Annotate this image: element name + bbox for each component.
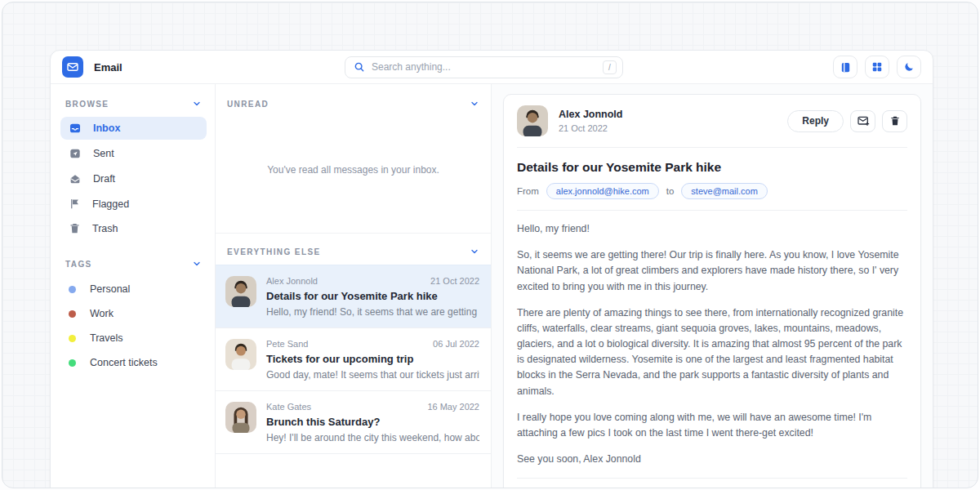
search-bar[interactable]: / — [345, 56, 623, 78]
body-paragraph: So, it seems we are getting there! Our t… — [517, 247, 907, 295]
email-detail-card: Alex Jonnold 21 Oct 2022 Reply — [503, 94, 921, 488]
chevron-down-icon[interactable] — [192, 99, 202, 109]
trash-icon — [69, 222, 81, 234]
chevron-down-icon[interactable] — [470, 247, 479, 256]
email-list-item[interactable]: Pete Sand 06 Jul 2022 Tickets for our up… — [216, 328, 491, 391]
tag-item-work[interactable]: Work — [60, 301, 207, 326]
main-columns: BROWSE Inbox Sent — [51, 84, 933, 488]
unread-label: UNREAD — [227, 100, 269, 109]
tag-label: Work — [90, 308, 114, 319]
moon-icon — [903, 61, 915, 73]
everything-else-label: EVERYTHING ELSE — [227, 247, 321, 256]
chevron-down-icon[interactable] — [470, 99, 479, 109]
email-subject: Details for our Yosemite Park hike — [266, 290, 479, 302]
tag-item-concert-tickets[interactable]: Concert tickets — [60, 350, 207, 375]
app-brand: Email — [62, 56, 122, 78]
email-logo-icon — [62, 56, 83, 78]
email-preview: Hello, my friend! So, it seems that we a… — [266, 306, 479, 318]
email-body: Hello, my friend! So, it seems we are ge… — [517, 211, 907, 467]
delete-button[interactable] — [882, 110, 907, 132]
email-list-item[interactable]: Kate Gates 16 May 2022 Brunch this Satur… — [216, 391, 491, 454]
detail-subject: Details for our Yosemite Park hike — [517, 160, 907, 175]
email-subject: Tickets for our upcoming trip — [266, 353, 479, 365]
sidebar-item-label: Sent — [93, 148, 114, 159]
body-paragraph: Hello, my friend! — [517, 221, 907, 237]
topbar: Email / — [51, 51, 933, 84]
email-list-item[interactable]: Alex Jonnold 21 Oct 2022 Details for our… — [216, 265, 491, 328]
email-sender: Alex Jonnold — [266, 276, 318, 286]
sent-icon — [69, 147, 82, 160]
tag-item-personal[interactable]: Personal — [60, 277, 207, 301]
unread-empty-message: You've read all messages in your inbox. — [216, 117, 491, 223]
email-preview: Hey! I'll be around the city this weeken… — [266, 432, 479, 443]
desktop-background: Email / — [2, 2, 978, 488]
from-email-chip[interactable]: alex.jonnold@hike.com — [546, 183, 659, 199]
detail-sender-name: Alex Jonnold — [559, 109, 622, 120]
email-meta: Kate Gates 16 May 2022 Brunch this Satur… — [266, 402, 479, 443]
app-title: Email — [94, 61, 122, 74]
tag-color-dot — [69, 310, 76, 318]
browse-label: BROWSE — [65, 100, 109, 109]
avatar — [517, 105, 548, 136]
tag-color-dot — [69, 335, 76, 342]
detail-header: Alex Jonnold 21 Oct 2022 Reply — [517, 105, 907, 148]
sidebar-item-label: Draft — [93, 173, 115, 185]
body-paragraph: There are plenty of amazing things to se… — [517, 305, 907, 399]
tag-color-dot — [69, 359, 76, 367]
sidebar-item-trash[interactable]: Trash — [60, 217, 207, 239]
book-button[interactable] — [833, 56, 858, 78]
body-paragraph: I really hope you love coming along with… — [517, 410, 907, 441]
search-shortcut-badge: / — [603, 60, 617, 74]
avatar — [225, 276, 256, 307]
flag-icon — [69, 198, 81, 210]
chevron-down-icon[interactable] — [192, 259, 202, 269]
everything-else-section-header: EVERYTHING ELSE — [216, 233, 491, 265]
email-sender: Kate Gates — [266, 402, 311, 412]
email-date: 06 Jul 2022 — [433, 339, 479, 349]
reply-button[interactable]: Reply — [787, 110, 844, 132]
browse-section-header: BROWSE — [60, 94, 207, 117]
book-icon — [840, 61, 852, 74]
tags-section: TAGS Personal Work — [60, 254, 207, 375]
topbar-actions — [833, 56, 921, 78]
inbox-icon — [69, 122, 82, 135]
email-date: 16 May 2022 — [427, 402, 479, 412]
attachments-section: Attachments — [517, 478, 907, 488]
mail-plus-icon — [857, 114, 870, 127]
detail-date: 21 Oct 2022 — [559, 123, 622, 133]
unread-section-header: UNREAD — [216, 84, 491, 117]
sidebar-item-label: Inbox — [93, 122, 120, 134]
avatar — [225, 402, 256, 433]
sidebar-item-flagged[interactable]: Flagged — [60, 193, 207, 215]
apps-grid-icon — [871, 61, 883, 73]
sidebar-item-inbox[interactable]: Inbox — [60, 117, 207, 140]
from-label: From — [517, 186, 539, 196]
tag-item-travels[interactable]: Travels — [60, 326, 207, 350]
to-email-chip[interactable]: steve@mail.com — [681, 183, 767, 199]
search-icon — [354, 61, 365, 73]
forward-mail-button[interactable] — [850, 110, 875, 132]
email-date: 21 Oct 2022 — [430, 276, 479, 286]
sidebar-item-label: Flagged — [92, 198, 129, 210]
apps-grid-button[interactable] — [865, 56, 889, 78]
from-to-row: From alex.jonnold@hike.com to steve@mail… — [517, 183, 907, 211]
avatar — [225, 339, 256, 370]
tags-label: TAGS — [65, 260, 92, 269]
email-app-window: Email / — [50, 50, 933, 488]
tag-label: Personal — [90, 283, 130, 295]
email-sender: Pete Sand — [266, 339, 308, 349]
sidebar-item-sent[interactable]: Sent — [60, 142, 207, 165]
detail-actions: Reply — [787, 110, 907, 132]
sidebar-item-draft[interactable]: Draft — [60, 167, 207, 190]
body-paragraph: See you soon, Alex Jonnold — [517, 452, 907, 467]
dark-mode-button[interactable] — [897, 56, 921, 78]
tag-label: Concert tickets — [90, 357, 158, 368]
email-preview: Good day, mate! It seems that our ticket… — [266, 369, 479, 381]
reading-pane: Alex Jonnold 21 Oct 2022 Reply — [492, 84, 933, 488]
search-input[interactable] — [372, 61, 596, 73]
sender-info: Alex Jonnold 21 Oct 2022 — [559, 109, 622, 133]
email-subject: Brunch this Saturday? — [266, 416, 479, 428]
mail-list-panel: UNREAD You've read all messages in your … — [216, 84, 492, 488]
email-meta: Pete Sand 06 Jul 2022 Tickets for our up… — [266, 339, 479, 381]
email-meta: Alex Jonnold 21 Oct 2022 Details for our… — [266, 276, 479, 318]
